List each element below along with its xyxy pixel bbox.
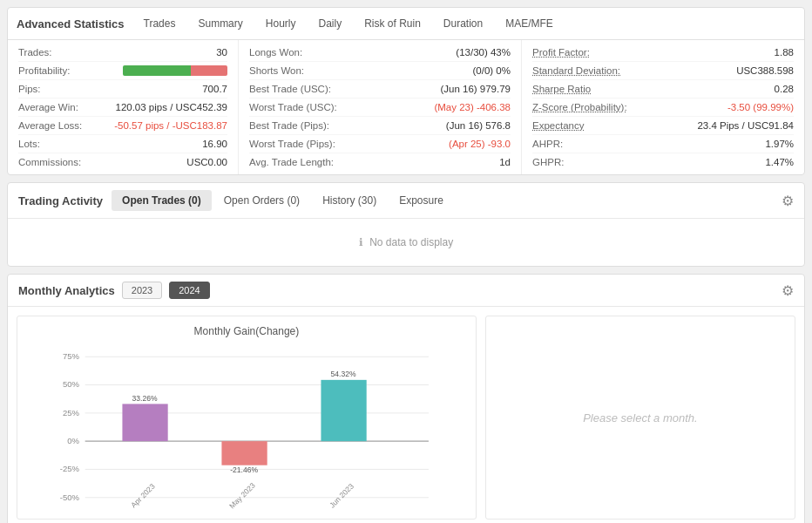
stat-zscore: Z-Score (Probability): -3.50 (99.99%)	[532, 98, 794, 117]
tab-open-orders[interactable]: Open Orders (0)	[213, 190, 310, 211]
tab-mae-mfe[interactable]: MAE/MFE	[495, 13, 564, 34]
tab-risk-of-ruin[interactable]: Risk of Ruin	[354, 13, 431, 34]
tab-hourly[interactable]: Hourly	[255, 13, 307, 34]
svg-text:54.32%: 54.32%	[331, 370, 356, 378]
monthly-header-left: Monthly Analytics 2023 2024	[18, 282, 210, 299]
shorts-won-label: Shorts Won:	[249, 65, 304, 76]
stats-col1: Trades: 30 Profitability: Pips: 700.7 Av…	[8, 40, 239, 174]
ahpr-label: AHPR:	[532, 139, 563, 149]
worst-trade-usc-value: (May 23) -406.38	[434, 102, 511, 112]
worst-trade-pips-label: Worst Trade (Pips):	[249, 139, 335, 149]
stat-ahpr: AHPR: 1.97%	[532, 135, 794, 153]
pips-value: 700.7	[202, 84, 227, 94]
stat-worst-trade-usc: Worst Trade (USC): (May 23) -406.38	[249, 98, 511, 117]
tab-open-trades[interactable]: Open Trades (0)	[112, 190, 212, 211]
stat-trades: Trades: 30	[18, 44, 227, 62]
avg-win-label: Average Win:	[18, 102, 78, 112]
profit-factor-label: Profit Factor:	[532, 47, 590, 58]
detail-area[interactable]: Please select a month.	[485, 316, 795, 520]
stats-tabs-row: Advanced Statistics Trades Summary Hourl…	[8, 8, 804, 40]
stat-avg-loss: Average Loss: -50.57 pips / -USC183.87	[18, 117, 227, 135]
monthly-title: Monthly Analytics	[18, 284, 115, 297]
svg-text:-25%: -25%	[60, 464, 80, 473]
expectancy-value: 23.4 Pips / USC91.84	[697, 120, 794, 131]
profitability-bar	[123, 65, 227, 76]
monthly-content: Monthly Gain(Change) 75% 50% 25% 0% -25%…	[8, 307, 804, 523]
worst-trade-pips-value: (Apr 25) -93.0	[449, 139, 511, 149]
info-icon: ℹ	[359, 236, 363, 248]
stat-commissions: Commissions: USC0.00	[18, 153, 227, 171]
commissions-label: Commissions:	[18, 157, 81, 167]
std-deviation-value: USC388.598	[736, 65, 794, 76]
zscore-label: Z-Score (Probability):	[532, 102, 627, 112]
tab-trades[interactable]: Trades	[133, 13, 186, 34]
trades-value: 30	[216, 47, 227, 58]
tab-duration[interactable]: Duration	[433, 13, 493, 34]
svg-text:-21.46%: -21.46%	[230, 465, 258, 474]
tab-history[interactable]: History (30)	[312, 190, 387, 211]
stat-pips: Pips: 700.7	[18, 80, 227, 98]
stat-expectancy: Expectancy 23.4 Pips / USC91.84	[532, 117, 794, 135]
no-data-text: No data to display	[369, 236, 453, 248]
stat-avg-win: Average Win: 120.03 pips / USC452.39	[18, 98, 227, 117]
svg-text:50%: 50%	[63, 379, 80, 389]
expectancy-label: Expectancy	[532, 120, 584, 131]
year-2024-btn[interactable]: 2024	[169, 282, 209, 299]
activity-tabs: Trading Activity Open Trades (0) Open Or…	[18, 190, 454, 211]
svg-text:0%: 0%	[67, 436, 79, 445]
profit-bar-green	[123, 65, 191, 76]
profitability-label: Profitability:	[18, 65, 70, 76]
ghpr-value: 1.47%	[765, 157, 794, 167]
trading-activity-panel: Trading Activity Open Trades (0) Open Or…	[7, 182, 805, 267]
svg-text:Jun 2023: Jun 2023	[328, 481, 355, 509]
lots-value: 16.90	[202, 139, 227, 149]
ghpr-label: GHPR:	[532, 157, 564, 167]
stat-longs-won: Longs Won: (13/30) 43%	[249, 44, 511, 62]
filter-icon[interactable]: ⚙	[782, 193, 794, 209]
stat-avg-trade-length: Avg. Trade Length: 1d	[249, 153, 511, 171]
stat-shorts-won: Shorts Won: (0/0) 0%	[249, 62, 511, 80]
tab-exposure[interactable]: Exposure	[389, 190, 454, 211]
shorts-won-value: (0/0) 0%	[473, 65, 511, 76]
main-container: Advanced Statistics Trades Summary Hourl…	[0, 0, 812, 523]
svg-text:-50%: -50%	[60, 492, 80, 502]
bar-may-2023[interactable]	[221, 441, 267, 465]
stat-best-trade-pips: Best Trade (Pips): (Jun 16) 576.8	[249, 117, 511, 135]
stat-ghpr: GHPR: 1.47%	[532, 153, 794, 171]
svg-text:25%: 25%	[63, 408, 80, 418]
stat-best-trade-usc: Best Trade (USC): (Jun 16) 979.79	[249, 80, 511, 98]
svg-text:33.26%: 33.26%	[132, 394, 158, 403]
bar-chart: 75% 50% 25% 0% -25% -50%	[26, 344, 467, 510]
tab-daily[interactable]: Daily	[308, 13, 352, 34]
best-trade-usc-label: Best Trade (USC):	[249, 84, 331, 94]
svg-text:75%: 75%	[63, 351, 80, 361]
avg-trade-length-label: Avg. Trade Length:	[249, 157, 334, 167]
year-2023-btn[interactable]: 2023	[122, 282, 162, 299]
profit-factor-value: 1.88	[775, 47, 794, 58]
monthly-analytics-panel: Monthly Analytics 2023 2024 ⚙ Monthly Ga…	[7, 274, 805, 523]
ahpr-value: 1.97%	[765, 139, 794, 149]
bar-chart-svg: 75% 50% 25% 0% -25% -50%	[26, 344, 467, 510]
stats-panel-title: Advanced Statistics	[17, 17, 125, 31]
longs-won-value: (13/30) 43%	[456, 47, 511, 58]
stat-sharpe-ratio: Sharpe Ratio 0.28	[532, 80, 794, 98]
lots-label: Lots:	[18, 139, 40, 149]
activity-panel-title: Trading Activity	[18, 194, 103, 207]
svg-text:May 2023: May 2023	[227, 481, 257, 510]
bar-apr-2023[interactable]	[122, 404, 167, 441]
best-trade-usc-value: (Jun 16) 979.79	[440, 84, 511, 94]
avg-trade-length-value: 1d	[499, 157, 511, 167]
trades-label: Trades:	[18, 47, 52, 58]
avg-loss-value: -50.57 pips / -USC183.87	[114, 120, 227, 131]
stats-col2: Longs Won: (13/30) 43% Shorts Won: (0/0)…	[239, 40, 522, 174]
tab-summary[interactable]: Summary	[187, 13, 253, 34]
stat-worst-trade-pips: Worst Trade (Pips): (Apr 25) -93.0	[249, 135, 511, 153]
commissions-value: USC0.00	[186, 157, 227, 167]
pips-label: Pips:	[18, 84, 41, 94]
sharpe-ratio-label: Sharpe Ratio	[532, 84, 591, 94]
longs-won-label: Longs Won:	[249, 47, 302, 58]
bar-jun-2023[interactable]	[321, 380, 366, 441]
best-trade-pips-label: Best Trade (Pips):	[249, 120, 329, 131]
std-deviation-label: Standard Deviation:	[532, 65, 620, 76]
monthly-filter-icon[interactable]: ⚙	[782, 282, 794, 299]
